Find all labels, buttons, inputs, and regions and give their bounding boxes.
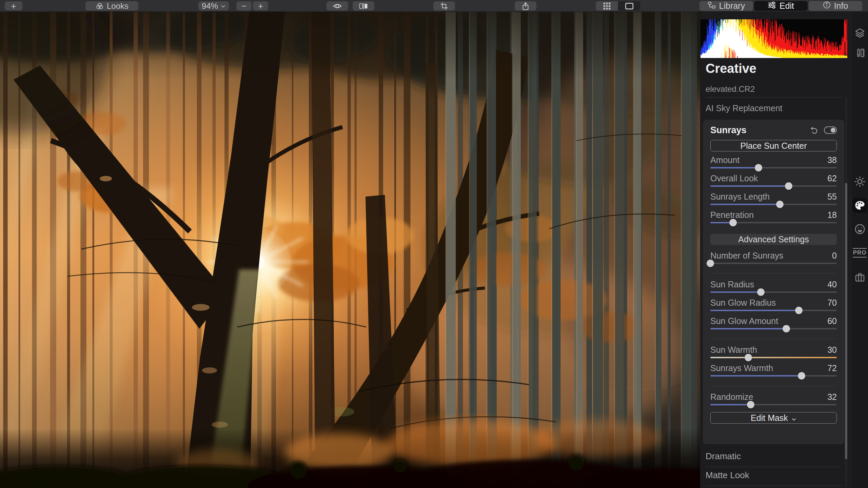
slider-track[interactable] xyxy=(710,375,837,377)
edit-tools-icon[interactable] xyxy=(854,48,865,59)
tab-library[interactable]: Library xyxy=(699,1,753,11)
slider-track[interactable] xyxy=(710,404,837,405)
slider-knob[interactable] xyxy=(795,307,803,314)
forest-photo xyxy=(0,12,700,488)
slider-fill xyxy=(710,310,799,311)
reset-button[interactable] xyxy=(810,126,818,135)
single-view-button[interactable] xyxy=(618,1,640,11)
slider-track[interactable] xyxy=(710,328,837,329)
tab-edit[interactable]: Edit xyxy=(754,1,808,11)
sunrays-card: Sunrays Place Sun Center Amount38Overall… xyxy=(703,120,844,444)
slider-knob[interactable] xyxy=(707,260,714,267)
add-button[interactable]: + xyxy=(5,1,22,11)
slider-sun-warmth: Sun Warmth30 xyxy=(710,345,837,363)
essentials-sun-icon[interactable] xyxy=(854,176,866,187)
undo-icon xyxy=(810,126,818,134)
slider-fill xyxy=(710,185,789,187)
tool-ai-sky-replacement[interactable]: AI Sky Replacement xyxy=(706,103,783,113)
looks-button[interactable]: Looks xyxy=(85,1,138,11)
sunrays-title: Sunrays xyxy=(710,125,810,136)
tool-dramatic[interactable]: Dramatic xyxy=(706,451,741,462)
tab-library-label: Library xyxy=(719,1,745,11)
export-button[interactable] xyxy=(515,1,536,11)
slider-value: 60 xyxy=(827,316,837,326)
pro-tools-icon[interactable]: PRO xyxy=(853,248,867,258)
portrait-face-icon[interactable] xyxy=(854,223,866,235)
slider-track[interactable] xyxy=(710,263,837,264)
creative-tab-active[interactable] xyxy=(852,198,867,213)
professional-briefcase-icon[interactable] xyxy=(854,272,865,283)
slider-sun-radius: Sun Radius40 xyxy=(710,279,837,298)
slider-label: Sun Warmth xyxy=(710,345,757,355)
divider xyxy=(706,486,841,486)
slider-track[interactable] xyxy=(710,291,837,293)
slider-knob[interactable] xyxy=(798,372,805,380)
photo-canvas[interactable] xyxy=(0,12,700,488)
slider-knob[interactable] xyxy=(729,219,737,226)
slider-amount: Amount38 xyxy=(710,155,837,173)
minus-icon: − xyxy=(241,2,246,11)
crop-icon xyxy=(440,2,448,10)
slider-fill xyxy=(710,375,802,377)
compare-button[interactable] xyxy=(353,1,374,11)
slider-label: Amount xyxy=(710,155,739,165)
looks-label: Looks xyxy=(107,1,129,11)
toggle-knob xyxy=(831,128,835,133)
scrollbar-thumb[interactable] xyxy=(845,183,847,459)
tool-matte-look[interactable]: Matte Look xyxy=(706,470,749,481)
preview-button[interactable] xyxy=(327,1,348,11)
library-icon xyxy=(708,1,716,11)
slider-value: 30 xyxy=(827,345,837,355)
crop-button[interactable] xyxy=(433,1,455,11)
slider-fill xyxy=(710,291,761,293)
slider-value: 32 xyxy=(827,392,837,402)
place-sun-center-button[interactable]: Place Sun Center xyxy=(710,140,837,151)
looks-icon xyxy=(95,2,104,11)
slider-knob[interactable] xyxy=(785,182,792,190)
slider-sun-glow-amount: Sun Glow Amount60 xyxy=(710,316,837,334)
adjustments-icon xyxy=(768,1,776,11)
divider xyxy=(710,273,837,273)
slider-knob[interactable] xyxy=(783,325,790,332)
slider-fill xyxy=(710,204,780,205)
info-icon xyxy=(823,1,831,11)
slider-track[interactable] xyxy=(710,185,837,187)
slider-knob[interactable] xyxy=(776,201,784,208)
slider-track[interactable] xyxy=(710,204,837,205)
zoom-dropdown[interactable]: 94% xyxy=(198,1,229,11)
plus-icon: + xyxy=(258,2,263,11)
slider-knob[interactable] xyxy=(745,354,752,361)
slider-overall-look: Overall Look62 xyxy=(710,173,837,191)
slider-value: 70 xyxy=(827,298,837,308)
slider-fill xyxy=(710,328,786,329)
sunrays-toggle[interactable] xyxy=(824,126,837,134)
gallery-view-button[interactable] xyxy=(596,1,618,11)
zoom-in-button[interactable]: + xyxy=(253,1,268,11)
slider-track[interactable] xyxy=(710,167,837,168)
slider-track[interactable] xyxy=(710,357,837,358)
edit-mask-button[interactable]: Edit Mask xyxy=(710,412,837,424)
slider-track[interactable] xyxy=(710,222,837,223)
before-after-icon xyxy=(359,2,368,10)
zoom-out-button[interactable]: − xyxy=(236,1,252,11)
pro-label: PRO xyxy=(853,248,867,258)
layers-icon[interactable] xyxy=(854,27,865,38)
slider-sunrays-warmth: Sunrays Warmth72 xyxy=(710,363,837,381)
slider-track[interactable] xyxy=(710,310,837,311)
slider-knob[interactable] xyxy=(755,164,762,171)
slider-label: Sun Glow Amount xyxy=(710,316,778,326)
grid-icon xyxy=(603,2,611,10)
slider-knob[interactable] xyxy=(757,288,765,296)
slider-label: Penetration xyxy=(710,210,754,220)
advanced-sliders: Number of Sunrays0Sun Radius40Sun Glow R… xyxy=(710,250,837,410)
edit-mask-label: Edit Mask xyxy=(751,413,788,423)
slider-label: Sunrays Warmth xyxy=(710,363,773,373)
slider-value: 62 xyxy=(827,174,837,183)
slider-knob[interactable] xyxy=(747,401,754,408)
toolbar: + Looks 94% − + xyxy=(0,0,868,12)
slider-number-of-sunrays: Number of Sunrays0 xyxy=(710,250,837,269)
edit-panel: Creative elevated.CR2 AI Sky Replacement… xyxy=(700,12,851,488)
tab-info[interactable]: Info xyxy=(809,1,862,11)
advanced-settings-button[interactable]: Advanced Settings xyxy=(710,234,837,245)
slider-sunrays-length: Sunrays Length55 xyxy=(710,191,837,210)
